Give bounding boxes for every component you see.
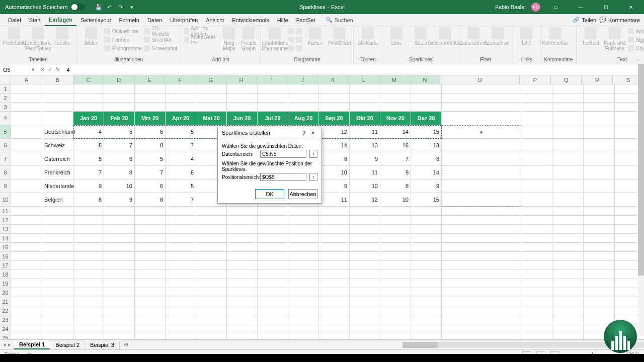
cell-H20[interactable]	[227, 288, 258, 297]
cell-E1[interactable]	[135, 84, 166, 93]
cell-C22[interactable]	[73, 306, 104, 315]
row-header-13[interactable]: 13	[0, 225, 11, 233]
row-header-11[interactable]: 11	[0, 207, 11, 215]
cell-G19[interactable]	[196, 279, 227, 288]
cell-E13[interactable]	[135, 225, 166, 233]
cell-N5[interactable]: 15	[411, 125, 442, 138]
cell-A21[interactable]	[11, 297, 42, 306]
cell-N22[interactable]	[411, 306, 442, 315]
cell-H16[interactable]	[227, 252, 258, 260]
column-header-O[interactable]: O	[440, 75, 520, 84]
cell-C10[interactable]: 8	[73, 193, 104, 206]
cell-D15[interactable]	[104, 243, 135, 251]
cell-O9[interactable]	[442, 179, 521, 193]
column-header-N[interactable]: N	[410, 75, 441, 84]
tab-entwicklertools[interactable]: Entwicklertools	[228, 14, 273, 26]
cell-G16[interactable]	[196, 252, 227, 260]
cell-P15[interactable]	[521, 243, 552, 251]
undo-icon[interactable]: ↶	[106, 4, 113, 11]
row-header-19[interactable]: 19	[0, 279, 11, 288]
cell-K13[interactable]	[319, 225, 350, 233]
cell-G1[interactable]	[196, 84, 227, 93]
cell-N21[interactable]	[411, 297, 442, 306]
cell-M19[interactable]	[380, 279, 411, 288]
cell-R10[interactable]	[584, 193, 615, 206]
cell-L3[interactable]	[350, 103, 380, 111]
cell-K5[interactable]: 12	[319, 125, 350, 138]
slicer-button[interactable]: Datenschnitt	[462, 27, 485, 46]
cell-E19[interactable]	[135, 279, 166, 288]
tab-einfuegen[interactable]: Einfügen	[45, 14, 76, 26]
row-header-8[interactable]: 8	[0, 166, 11, 179]
cell-R7[interactable]	[584, 152, 615, 165]
cell-Q19[interactable]	[552, 279, 584, 288]
cell-A6[interactable]	[11, 139, 42, 152]
cell-N6[interactable]: 13	[411, 139, 442, 152]
column-header-I[interactable]: I	[257, 75, 287, 84]
cell-K10[interactable]: 11	[319, 193, 350, 206]
cell-K8[interactable]: 10	[319, 166, 350, 179]
cell-I22[interactable]	[258, 306, 288, 315]
cell-D3[interactable]	[104, 103, 135, 111]
tab-formeln[interactable]: Formeln	[115, 14, 143, 26]
cell-M25[interactable]	[380, 333, 411, 339]
row-header-17[interactable]: 17	[0, 261, 11, 269]
cell-G22[interactable]	[196, 306, 227, 315]
cell-I4[interactable]: Jul 20	[258, 112, 288, 125]
cell-M2[interactable]	[380, 94, 411, 102]
cell-O21[interactable]	[442, 297, 521, 306]
cell-R11[interactable]	[584, 207, 615, 215]
add-sheet-icon[interactable]: ⊕	[120, 341, 132, 348]
cell-M14[interactable]	[380, 234, 411, 242]
worksheet-grid[interactable]: ABCDEFGHIJKLMNOPQRS 1234Jan 20Feb 20Mrz …	[0, 75, 644, 339]
header-footer-button[interactable]: Kopf- und Fußzeile	[604, 27, 626, 51]
cell-C2[interactable]	[73, 94, 104, 102]
cell-K25[interactable]	[319, 333, 350, 339]
cell-G24[interactable]	[196, 324, 227, 333]
cell-F24[interactable]	[166, 324, 196, 333]
cell-E9[interactable]: 6	[135, 179, 166, 193]
cell-P23[interactable]	[521, 315, 552, 324]
cell-D17[interactable]	[104, 261, 135, 269]
cell-O18[interactable]	[442, 270, 521, 279]
cell-C6[interactable]: 6	[73, 139, 104, 152]
cell-G20[interactable]	[196, 288, 227, 297]
cell-C20[interactable]	[73, 288, 104, 297]
cell-L25[interactable]	[350, 333, 380, 339]
cell-M3[interactable]	[380, 103, 411, 111]
cell-F22[interactable]	[166, 306, 196, 315]
cell-L15[interactable]	[350, 243, 380, 251]
cell-D18[interactable]	[104, 270, 135, 279]
cell-P14[interactable]	[521, 234, 552, 242]
table-button[interactable]: Tabelle	[51, 27, 73, 46]
cell-F2[interactable]	[166, 94, 196, 102]
cell-A3[interactable]	[11, 103, 42, 111]
cell-A2[interactable]	[11, 94, 42, 102]
3d-models-button[interactable]: 3D-Modelle	[144, 27, 178, 35]
cell-Q13[interactable]	[552, 225, 584, 233]
cell-C12[interactable]	[73, 216, 104, 224]
cell-N12[interactable]	[411, 216, 442, 224]
cell-Q18[interactable]	[552, 270, 584, 279]
cell-K20[interactable]	[319, 288, 350, 297]
cell-J24[interactable]	[288, 324, 319, 333]
icons-button[interactable]: Piktogramme	[104, 44, 142, 52]
cell-F17[interactable]	[166, 261, 196, 269]
cell-B3[interactable]	[42, 103, 73, 111]
cell-H11[interactable]	[227, 207, 258, 215]
cell-B22[interactable]	[42, 306, 73, 315]
cell-H3[interactable]	[227, 103, 258, 111]
cell-M18[interactable]	[380, 270, 411, 279]
cell-O6[interactable]	[442, 139, 521, 152]
vertical-scrollbar[interactable]	[638, 64, 644, 336]
ok-button[interactable]: OK	[255, 189, 284, 199]
minimize-icon[interactable]: —	[571, 0, 591, 14]
cell-L16[interactable]	[350, 252, 380, 260]
cell-D22[interactable]	[104, 306, 135, 315]
cell-Q17[interactable]	[552, 261, 584, 269]
cell-J17[interactable]	[288, 261, 319, 269]
cell-K4[interactable]: Sep 20	[319, 112, 350, 125]
cell-L8[interactable]: 11	[350, 166, 380, 179]
cell-M1[interactable]	[380, 84, 411, 93]
tab-nav-first-icon[interactable]: ◂	[3, 341, 6, 348]
